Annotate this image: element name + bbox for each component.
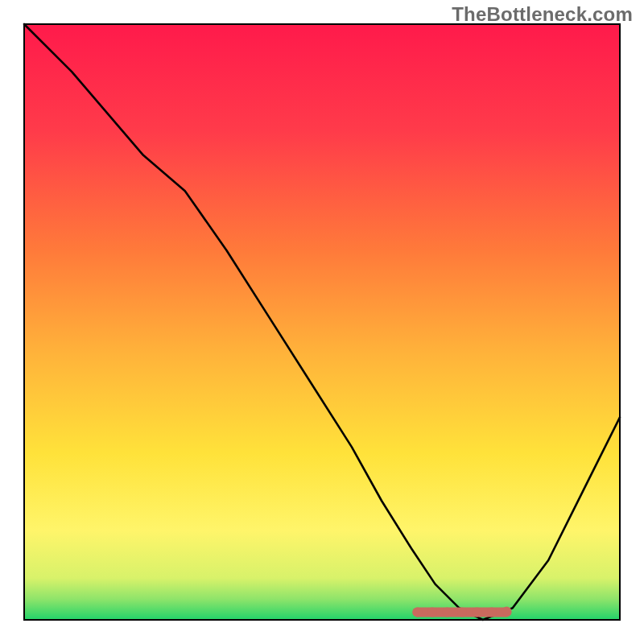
marker-dot [427,607,437,617]
marker-dot [472,607,481,617]
chart-svg [0,0,644,644]
marker-dot [412,607,422,617]
marker-dot [487,607,497,617]
plot-background [24,24,620,620]
marker-dot [457,607,467,617]
watermark-text: TheBottleneck.com [452,3,633,26]
marker-dot [442,607,452,617]
chart-stage: TheBottleneck.com [0,0,644,644]
marker-dot [502,607,511,617]
